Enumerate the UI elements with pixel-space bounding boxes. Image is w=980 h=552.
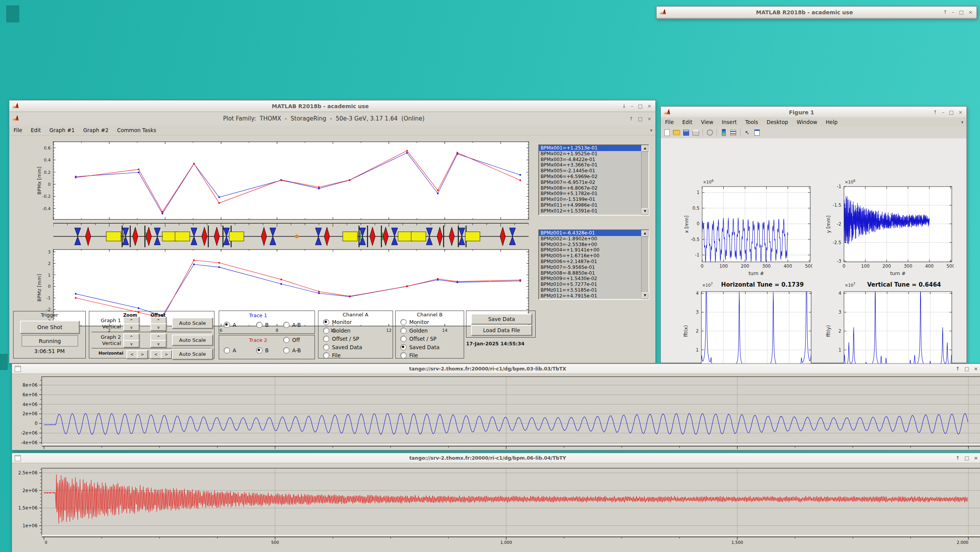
radio-icon[interactable] xyxy=(400,344,407,350)
bpm-list-item[interactable]: BPMz011=+3.5185e-01 xyxy=(539,287,643,293)
one-shot-button[interactable]: One Shot xyxy=(20,321,80,334)
graph1-offset-down-button[interactable]: v xyxy=(150,323,167,331)
menu-item-tools[interactable]: Tools xyxy=(741,118,762,126)
close-icon[interactable]: × xyxy=(974,455,978,460)
trace2-radio-a[interactable]: A xyxy=(224,347,236,353)
close-icon[interactable]: × xyxy=(647,116,652,121)
radio-icon[interactable] xyxy=(224,322,230,328)
radio-icon[interactable] xyxy=(323,336,329,342)
edit-plot-cursor-icon[interactable]: ↖ xyxy=(743,128,752,137)
maximize-icon[interactable]: □ xyxy=(949,110,954,115)
bpm-list-item[interactable]: BPMx003=-4.8422e-01 xyxy=(539,157,643,163)
menu-item-file[interactable]: File xyxy=(661,118,678,126)
channel-b-radio-offset-sp[interactable]: Offset / SP xyxy=(400,336,439,342)
bpm-list-item[interactable]: BPMz004=+1.9141e+00 xyxy=(539,247,643,253)
radio-icon[interactable] xyxy=(400,319,407,325)
menu-item-graph-1[interactable]: Graph #1 xyxy=(45,126,79,134)
minimize-icon[interactable]: – xyxy=(952,10,954,15)
channel-b-radio-golden[interactable]: Golden xyxy=(400,328,439,334)
titlebar[interactable]: MATLAB R2018b - academic use ↑–□× xyxy=(657,7,977,18)
menu-item-desktop[interactable]: Desktop xyxy=(762,118,793,126)
bpm-list-item[interactable]: BPMx001=+1.2513e-01 xyxy=(539,145,643,151)
radio-icon[interactable] xyxy=(283,322,289,328)
running-status[interactable]: Running xyxy=(22,335,78,346)
titlebar[interactable]: Figure 1 ↑–□× xyxy=(661,107,966,118)
load-data-file-button[interactable]: Load Data File xyxy=(471,325,532,336)
open-file-icon[interactable] xyxy=(672,128,681,137)
minimize-icon[interactable]: – xyxy=(942,110,944,115)
minimize-icon[interactable]: ↑ xyxy=(956,366,960,371)
bpmz-value-list[interactable]: BPMz001=-6.4328e-01BPMz002=-1.8902e+00BP… xyxy=(538,229,649,300)
minimize-icon[interactable]: ↑ xyxy=(629,116,633,121)
bpm-list-item[interactable]: BPMx002=+1.9525e-01 xyxy=(539,151,643,157)
radio-icon[interactable] xyxy=(224,347,230,353)
minimize-arrow-icon[interactable]: ↑ xyxy=(943,10,947,15)
trace1-radio-a-b[interactable]: A-B xyxy=(283,322,301,328)
radio-icon[interactable] xyxy=(323,344,329,350)
titlebar[interactable]: tango://srv-2.thomx.fr:20000/ri-c1/dg/bp… xyxy=(12,453,980,463)
radio-icon[interactable] xyxy=(283,347,289,353)
scroll-up-icon[interactable]: ▲ xyxy=(641,145,648,152)
bpm-list-item[interactable]: BPMz007=-5.9565e-01 xyxy=(539,265,643,270)
trace2-radio-a-b[interactable]: A-B xyxy=(283,347,301,353)
channel-a-radio-file[interactable]: File xyxy=(323,352,362,358)
radio-icon[interactable] xyxy=(256,347,262,353)
bpm-list-item[interactable]: BPMx008=+6.8067e-02 xyxy=(539,185,643,191)
minimize-icon[interactable]: – xyxy=(631,104,633,109)
save-figure-icon[interactable] xyxy=(682,128,691,137)
menu-item-file[interactable]: File xyxy=(9,126,27,134)
insert-legend-icon[interactable] xyxy=(729,128,738,137)
bpm-list-item[interactable]: BPMz010=+5.7277e-01 xyxy=(539,282,643,287)
scroll-down-icon[interactable]: ▼ xyxy=(641,292,648,299)
scroll-down-icon[interactable]: ▼ xyxy=(641,208,648,215)
maximize-icon[interactable]: □ xyxy=(965,455,969,460)
channel-a-radio-offset-sp[interactable]: Offset / SP xyxy=(323,336,362,342)
radio-icon[interactable] xyxy=(400,328,407,334)
trace1-radio-a[interactable]: A xyxy=(224,322,236,328)
menu-item-edit[interactable]: Edit xyxy=(27,126,45,134)
new-document-icon[interactable] xyxy=(662,128,671,137)
horizontal-zoom-left-button[interactable]: < xyxy=(126,350,138,359)
bpm-list-item[interactable]: BPMz005=+1.6716e+00 xyxy=(539,253,643,259)
bpm-list-item[interactable]: BPMx009=+5.1782e-01 xyxy=(539,191,643,197)
titlebar[interactable]: tango://srv-2.thomx.fr:20000/ri-c1/dg/bp… xyxy=(12,364,980,374)
maximize-icon[interactable]: □ xyxy=(965,366,969,371)
close-icon[interactable]: × xyxy=(974,366,978,371)
y-turn-plot[interactable]: 0100200300400500-1-1.5-2-2.5-3y [mm]turn… xyxy=(822,172,954,278)
horizontal-offset-right-button[interactable]: > xyxy=(161,350,172,359)
graph1-auto-scale-button[interactable]: Auto Scale xyxy=(172,318,213,329)
radio-icon[interactable] xyxy=(283,337,289,343)
maximize-icon[interactable]: □ xyxy=(638,104,643,109)
bpm-list-item[interactable]: BPMz006=+2.1487e-01 xyxy=(539,259,643,265)
menu-item-graph-2[interactable]: Graph #2 xyxy=(79,126,113,134)
channel-b-radio-monitor[interactable]: Monitor xyxy=(400,319,439,325)
property-inspector-icon[interactable] xyxy=(752,128,761,137)
bpm-list-item[interactable]: BPMz002=-1.8902e+00 xyxy=(539,236,643,242)
horizontal-auto-scale-button[interactable]: Auto Scale xyxy=(172,348,213,360)
channel-a-radio-monitor[interactable]: Monitor xyxy=(323,319,362,325)
trace2-off-radio[interactable]: Off xyxy=(283,337,300,343)
minimize-arrow-icon[interactable]: ↓ xyxy=(622,104,626,109)
bpm-list-item[interactable]: BPMx004=+3.3667e-01 xyxy=(539,162,643,168)
radio-icon[interactable] xyxy=(323,352,329,358)
horizontal-zoom-right-button[interactable]: > xyxy=(137,350,148,359)
channel-a-radio-golden[interactable]: Golden xyxy=(323,328,362,334)
bpm-list-item[interactable]: BPMx011=+4.9986e-01 xyxy=(539,202,643,208)
close-icon[interactable]: × xyxy=(647,104,652,109)
channel-b-radio-file[interactable]: File xyxy=(400,352,439,358)
horizontal-offset-left-button[interactable]: < xyxy=(150,350,162,359)
link-plot-icon[interactable] xyxy=(705,128,714,137)
minimize-arrow-icon[interactable]: ↑ xyxy=(933,110,937,115)
bpm-list-item[interactable]: BPMz008=-8.8850e-01 xyxy=(539,270,643,276)
trace2-radio-b[interactable]: B xyxy=(256,347,269,353)
bpm-list-item[interactable]: BPMx010=-1.5199e-01 xyxy=(539,197,643,202)
close-icon[interactable]: × xyxy=(958,110,963,115)
bpm-list-item[interactable]: BPMz003=-2.5538e+00 xyxy=(539,242,643,248)
graph2-zoom-down-button[interactable]: v xyxy=(123,340,140,348)
bpm-list-item[interactable]: BPMx006=+6.5969e-02 xyxy=(539,174,643,180)
maximize-icon[interactable]: □ xyxy=(959,10,964,15)
bpm-list-item[interactable]: BPMx007=-6.9571e-02 xyxy=(539,180,643,185)
bpm-list-item[interactable]: BPMz001=-6.4328e-01 xyxy=(539,230,643,236)
insert-colorbar-icon[interactable] xyxy=(719,128,728,137)
bpm-list-item[interactable]: BPMz012=+4.7915e-01 xyxy=(539,293,643,299)
